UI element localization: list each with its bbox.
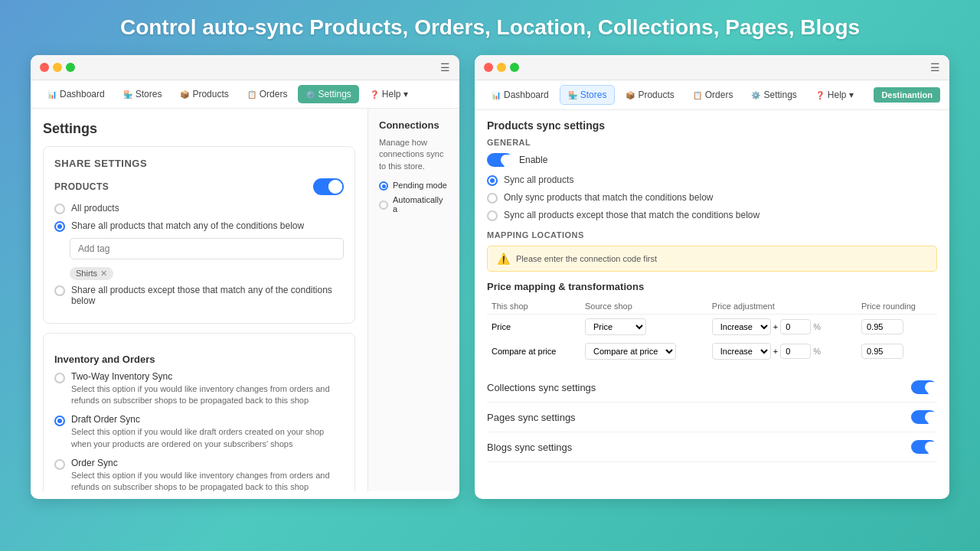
share-settings-card: Share settings PRODUCTS All products Sha… xyxy=(43,146,355,324)
price-rounding-value[interactable] xyxy=(861,319,903,334)
nav-item-products-right[interactable]: 📦 Products xyxy=(618,86,681,104)
page-title: Settings xyxy=(43,121,355,137)
compare-rounding-cell xyxy=(857,339,937,364)
radio-circle-except xyxy=(54,285,65,296)
radio-auto xyxy=(379,201,388,210)
radio-match-products[interactable]: Share all products that match any of the… xyxy=(54,220,344,232)
compare-price-row: Compare at price Compare at price Increa… xyxy=(487,339,937,364)
nav-item-dashboard-left[interactable]: 📊 Dashboard xyxy=(40,85,113,103)
compare-adjustment-cell: Increase + % xyxy=(707,339,857,364)
mapping-locations-title: MAPPING LOCATIONS xyxy=(487,230,937,240)
window-dots-right xyxy=(484,63,519,72)
pages-sync-toggle[interactable] xyxy=(911,410,937,424)
products-icon-left: 📦 xyxy=(180,90,189,99)
hamburger-left[interactable]: ☰ xyxy=(440,61,450,73)
blogs-sync-label: Blogs sync settings xyxy=(487,442,572,453)
sync-conditions-option[interactable]: Only sync products that match the condit… xyxy=(487,192,937,204)
blogs-sync-toggle[interactable] xyxy=(911,440,937,454)
connections-title: Connections xyxy=(379,119,449,131)
nav-item-dashboard-right[interactable]: 📊 Dashboard xyxy=(484,86,557,104)
tag-input[interactable] xyxy=(70,238,344,259)
nav-bar-right: 📊 Dashboard 🏪 Stores 📦 Products 📋 Orders… xyxy=(475,80,949,110)
pending-mode-option[interactable]: Pending mode xyxy=(379,180,449,191)
price-row: Price Price Increase xyxy=(487,315,937,340)
connections-description: Manage how connections sync to this stor… xyxy=(379,137,449,172)
hero-title: Control auto-sync Products, Orders, Loca… xyxy=(120,15,860,40)
nav-item-help-right[interactable]: ❓ Help ▾ xyxy=(808,86,861,104)
price-this-shop: Price xyxy=(487,315,580,340)
blogs-sync-row: Blogs sync settings xyxy=(487,432,937,462)
compare-source-select[interactable]: Compare at price xyxy=(585,343,676,360)
price-adjustment-cell: Increase + % xyxy=(707,315,857,340)
dot-yellow-right[interactable] xyxy=(497,63,506,72)
order-sync-option: Order Sync Select this option if you wou… xyxy=(54,458,344,491)
price-increase-select[interactable]: Increase xyxy=(712,318,771,335)
nav-bar-left: 📊 Dashboard 🏪 Stores 📦 Products 📋 Orders… xyxy=(31,80,459,109)
radio-order-sync[interactable] xyxy=(54,459,65,470)
compare-increase-select[interactable]: Increase xyxy=(712,343,771,360)
enable-toggle[interactable] xyxy=(487,153,513,167)
orders-icon-left: 📋 xyxy=(247,90,256,99)
destination-badge: Destinantion xyxy=(874,87,940,103)
enable-label: Enable xyxy=(519,155,547,165)
price-adjustment-value[interactable] xyxy=(780,319,811,334)
collections-sync-toggle[interactable] xyxy=(911,380,937,394)
price-source-shop: Price xyxy=(580,315,707,340)
sync-all-option[interactable]: Sync all products xyxy=(487,174,937,186)
dot-green-left[interactable] xyxy=(66,63,75,72)
nav-item-settings-right[interactable]: ⚙️ Settings xyxy=(743,86,804,104)
dot-red-left[interactable] xyxy=(40,63,49,72)
products-sync-section: Products sync settings General Enable Sy… xyxy=(487,119,937,221)
mapping-warning-text: Please enter the connection code first xyxy=(516,254,657,263)
nav-item-products-left[interactable]: 📦 Products xyxy=(172,85,236,103)
draft-order-option: Draft Order Sync Select this option if y… xyxy=(54,414,344,450)
compare-adjustment-value[interactable] xyxy=(780,344,811,359)
auto-mode-option[interactable]: Automatically a xyxy=(379,195,449,214)
compare-rounding-value[interactable] xyxy=(861,344,903,359)
sync-except-option[interactable]: Sync all products except those that matc… xyxy=(487,210,937,221)
panels-container: ☰ 📊 Dashboard 🏪 Stores 📦 Products 📋 Orde… xyxy=(31,55,949,499)
nav-item-help-left[interactable]: ❓ Help ▾ xyxy=(362,85,416,103)
compare-this-shop: Compare at price xyxy=(487,339,580,364)
tag-shirts-remove[interactable]: ✕ xyxy=(100,269,107,279)
settings-icon-right: ⚙️ xyxy=(751,91,760,99)
products-toggle[interactable] xyxy=(313,178,344,195)
col-price-rounding: Price rounding xyxy=(857,298,937,315)
nav-item-settings-left[interactable]: ⚙️ Settings xyxy=(298,85,358,103)
main-settings: Settings Share settings PRODUCTS All pro… xyxy=(31,109,368,491)
nav-item-stores-right[interactable]: 🏪 Stores xyxy=(560,85,616,105)
mapping-warning-box: ⚠️ Please enter the connection code firs… xyxy=(487,246,937,272)
price-table-header: This shop Source shop Price adjustment P… xyxy=(487,298,937,315)
settings-icon-left: ⚙️ xyxy=(305,90,315,99)
dot-red-right[interactable] xyxy=(484,63,493,72)
radio-draft-order[interactable] xyxy=(54,416,65,426)
stores-icon-left: 🏪 xyxy=(123,90,132,99)
window-chrome-left: ☰ xyxy=(31,55,459,80)
radio-two-way[interactable] xyxy=(54,373,65,383)
price-rounding-cell xyxy=(857,315,937,340)
hamburger-right[interactable]: ☰ xyxy=(930,61,940,73)
radio-except-products[interactable]: Share all products except those that mat… xyxy=(54,285,344,306)
radio-all-products[interactable]: All products xyxy=(54,203,344,214)
nav-item-orders-right[interactable]: 📋 Orders xyxy=(685,86,741,104)
dot-green-right[interactable] xyxy=(510,63,519,72)
products-icon-right: 📦 xyxy=(626,91,635,99)
nav-item-orders-left[interactable]: 📋 Orders xyxy=(240,85,296,103)
share-settings-title: Share settings xyxy=(54,158,147,169)
share-settings-header: Share settings xyxy=(54,158,344,169)
radio-sync-except xyxy=(487,210,498,221)
stores-icon-right: 🏪 xyxy=(568,91,577,99)
dashboard-icon-left: 📊 xyxy=(47,90,57,99)
connections-column: Connections Manage how connections sync … xyxy=(368,109,459,491)
orders-icon-right: 📋 xyxy=(693,91,702,99)
price-mapping-table: This shop Source shop Price adjustment P… xyxy=(487,298,937,364)
left-panel-body: Settings Share settings PRODUCTS All pro… xyxy=(31,109,459,491)
warning-icon: ⚠️ xyxy=(497,253,510,265)
dot-yellow-left[interactable] xyxy=(53,63,62,72)
two-way-option: Two-Way Inventory Sync Select this optio… xyxy=(54,371,344,407)
price-source-select[interactable]: Price xyxy=(585,318,646,335)
nav-item-stores-left[interactable]: 🏪 Stores xyxy=(116,85,170,103)
radio-circle-all xyxy=(54,204,65,214)
window-chrome-right: ☰ xyxy=(475,55,949,80)
tag-shirts: Shirts ✕ xyxy=(70,267,113,280)
